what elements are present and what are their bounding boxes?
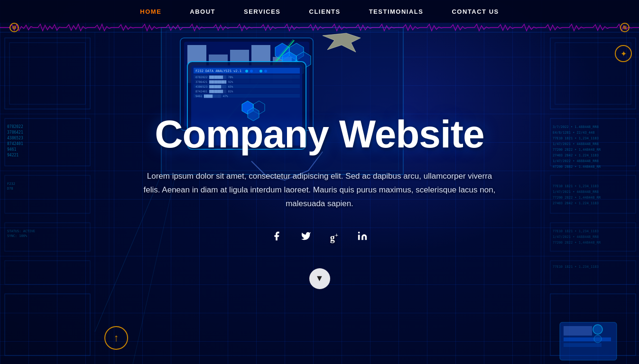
nav-clients[interactable]: CLIENTS xyxy=(309,8,341,15)
google-plus-link[interactable]: g+ xyxy=(330,231,338,243)
corner-icon-left: ↑ xyxy=(104,326,128,350)
twitter-link[interactable] xyxy=(301,230,311,245)
hero-subtitle: Lorem ipsum dolor sit amet, consectetur … xyxy=(142,170,498,211)
nav-services[interactable]: SERVICES xyxy=(244,8,281,15)
svg-rect-99 xyxy=(358,235,360,240)
svg-point-98 xyxy=(623,26,627,29)
chevron-down-icon: ▼ xyxy=(315,273,324,283)
main-content: Company Website Lorem ipsum dolor sit am… xyxy=(0,0,639,364)
linkedin-link[interactable] xyxy=(357,230,368,245)
navbar: HOME ABOUT SERVICES CLIENTS TESTIMONIALS… xyxy=(0,0,639,23)
nav-contact[interactable]: CONTACT US xyxy=(452,8,499,15)
svg-point-96 xyxy=(12,26,16,29)
corner-icon-right-top: ✦ xyxy=(615,45,632,62)
nav-testimonials[interactable]: TESTIMONIALS xyxy=(369,8,424,15)
svg-point-100 xyxy=(358,232,360,234)
nav-home[interactable]: HOME xyxy=(140,8,161,15)
hero-section: 0782022 3786421 4386523 8742401 9461 942… xyxy=(0,0,639,364)
nav-about[interactable]: ABOUT xyxy=(190,8,215,15)
scroll-down-button[interactable]: ▼ xyxy=(309,268,330,289)
facebook-link[interactable] xyxy=(271,230,282,245)
social-icons: g+ xyxy=(271,230,368,245)
sound-wave xyxy=(0,23,639,32)
hero-title: Company Website xyxy=(155,113,484,155)
